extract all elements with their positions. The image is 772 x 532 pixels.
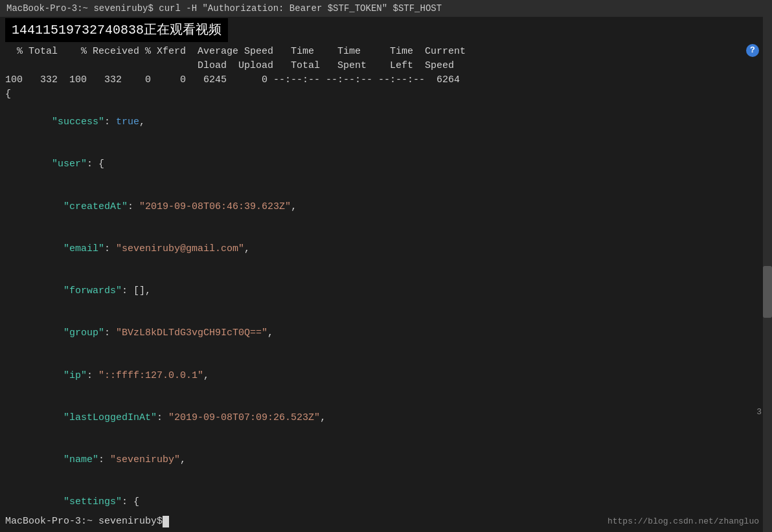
json-open-brace: {: [5, 87, 767, 102]
curl-col-header2: Dload Upload Total Spent Left Speed: [5, 59, 767, 73]
scrollbar-thumb[interactable]: [763, 266, 772, 318]
prompt-text: MacBook-Pro-3:~ seveniruby$: [5, 515, 163, 529]
command-text: MacBook-Pro-3:~ seveniruby$ curl -H "Aut…: [6, 3, 442, 14]
json-name: "name": "seveniruby",: [5, 439, 767, 481]
video-banner: 14411519732740838正在观看视频: [9, 19, 224, 41]
help-icon[interactable]: ?: [746, 44, 759, 57]
json-success: "success": true,: [5, 101, 767, 143]
json-group: "group": "BVzL8kDLTdG3vgCH9IcT0Q==",: [5, 313, 767, 355]
watermark-url: https://blog.csdn.net/zhangluo: [607, 516, 759, 528]
json-forwards: "forwards": [],: [5, 270, 767, 312]
json-user: "user": {: [5, 144, 767, 186]
json-ip: "ip": "::ffff:127.0.0.1",: [5, 355, 767, 397]
command-line: MacBook-Pro-3:~ seveniruby$ curl -H "Aut…: [0, 0, 772, 17]
curl-col-header1: % Total % Received % Xferd Average Speed…: [5, 45, 767, 59]
json-lastLoggedInAt: "lastLoggedInAt": "2019-09-08T07:09:26.5…: [5, 397, 767, 439]
scrollbar[interactable]: [763, 0, 772, 532]
json-email: "email": "seveniruby@gmail.com",: [5, 228, 767, 270]
terminal-window: MacBook-Pro-3:~ seveniruby$ curl -H "Aut…: [0, 0, 772, 532]
cursor: [163, 516, 169, 527]
scrollbar-number: 3: [756, 406, 762, 419]
curl-data-row: 100 332 100 332 0 0 6245 0 --:--:-- --:-…: [5, 73, 767, 87]
json-createdAt: "createdAt": "2019-09-08T06:46:39.623Z",: [5, 186, 767, 228]
curl-output: % Total % Received % Xferd Average Speed…: [0, 43, 772, 532]
